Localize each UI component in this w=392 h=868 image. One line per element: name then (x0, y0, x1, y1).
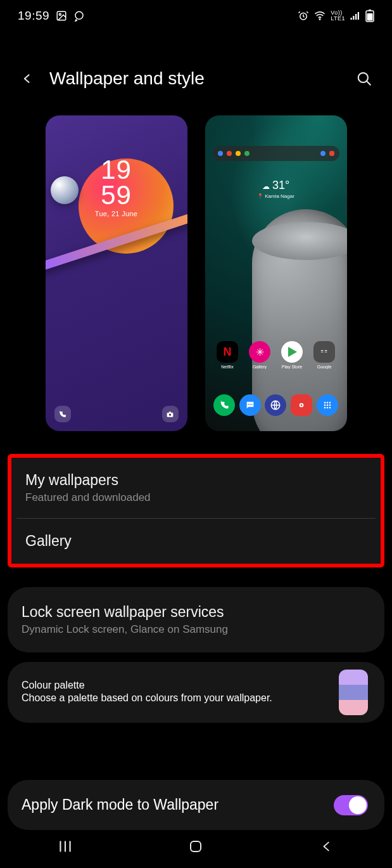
item-title: Lock screen wallpaper services (22, 604, 370, 621)
pin-icon: 📍 (257, 193, 263, 199)
dark-mode-toggle[interactable] (334, 795, 368, 815)
home-button[interactable] (170, 834, 221, 859)
app-messages (239, 394, 262, 416)
app-camera (290, 394, 313, 416)
app-gallery: ✳Gallery (248, 341, 271, 369)
item-subtitle: Featured and downloaded (25, 491, 367, 504)
item-title: Apply Dark mode to Wallpaper (8, 782, 334, 827)
camera-icon (296, 400, 307, 410)
svg-point-18 (250, 404, 251, 405)
svg-point-30 (327, 407, 329, 409)
home-screen-preview[interactable]: ☁31° 📍Kamla Nagar Netflix ✳Gallery Play … (205, 115, 347, 431)
svg-rect-10 (367, 13, 373, 21)
recents-icon (57, 838, 73, 855)
svg-rect-16 (169, 411, 171, 413)
svg-point-4 (319, 19, 320, 20)
volte-indicator: Vo))LTE1 (331, 10, 345, 22)
wifi-icon (313, 10, 326, 22)
cloud-icon: ☁ (262, 182, 270, 191)
grid-icon (322, 400, 332, 410)
item-title: Colour palette (22, 680, 325, 691)
colour-palette-card[interactable]: Colour palette Choose a palette based on… (8, 662, 384, 723)
lock-shortcut-phone (54, 406, 71, 422)
folder-dots-icon: ⠿⠿ (320, 349, 328, 354)
lock-screen-preview[interactable]: 19 59 Tue, 21 June (46, 115, 187, 431)
wallpaper-previews: 19 59 Tue, 21 June ☁31° 📍Kamla Nagar Net… (0, 115, 392, 431)
svg-rect-11 (369, 10, 371, 11)
whatsapp-icon (73, 10, 85, 22)
camera-icon (166, 410, 174, 418)
search-button[interactable] (354, 68, 374, 89)
item-subtitle: Dynamic Lock screen, Glance on Samsung (22, 623, 370, 636)
toggle-knob (349, 796, 367, 814)
lock-clock: 19 59 Tue, 21 June (46, 157, 187, 217)
app-phone (213, 394, 236, 416)
status-bar: 19:59 Vo))LTE1 (0, 0, 392, 32)
lock-screen-services-card: Lock screen wallpaper services Dynamic L… (8, 587, 384, 652)
lock-screen-services-item[interactable]: Lock screen wallpaper services Dynamic L… (8, 590, 384, 650)
nav-back-button[interactable] (301, 834, 352, 859)
svg-rect-35 (191, 841, 201, 852)
lens-icon (329, 151, 334, 156)
picture-icon (56, 10, 67, 22)
svg-rect-6 (353, 16, 354, 20)
lock-shortcut-camera (162, 406, 179, 422)
recents-button[interactable] (40, 834, 91, 859)
svg-point-28 (329, 405, 331, 406)
chat-icon (245, 400, 255, 410)
my-wallpapers-item[interactable]: My wallpapers Featured and downloaded (11, 458, 381, 518)
signal-icon (350, 10, 361, 22)
dark-mode-card: Apply Dark mode to Wallpaper (8, 780, 384, 830)
google-search-widget (213, 146, 339, 161)
svg-rect-5 (351, 18, 352, 20)
back-button[interactable] (18, 69, 37, 88)
app-header: Wallpaper and style (0, 60, 392, 97)
svg-line-13 (367, 81, 370, 84)
app-drawer (316, 394, 339, 416)
chevron-left-icon (21, 70, 34, 87)
app-google-folder: ⠿⠿Google (313, 341, 336, 369)
app-internet (264, 394, 287, 416)
svg-point-1 (59, 13, 61, 15)
palette-swatch-icon (339, 670, 368, 715)
status-time: 19:59 (18, 9, 49, 23)
svg-point-17 (248, 404, 249, 405)
phone-icon (219, 400, 229, 410)
svg-point-31 (329, 407, 331, 409)
svg-rect-8 (358, 12, 359, 20)
gallery-item[interactable]: Gallery (16, 518, 376, 564)
home-dock-row (205, 394, 347, 416)
wallpaper-source-group: My wallpapers Featured and downloaded Ga… (8, 454, 384, 567)
svg-point-23 (324, 402, 326, 404)
svg-point-27 (327, 405, 329, 406)
svg-point-25 (329, 402, 331, 404)
svg-rect-7 (355, 14, 357, 20)
home-icon (188, 839, 203, 854)
mic-icon (320, 151, 326, 156)
item-title: My wallpapers (25, 472, 367, 489)
item-subtitle: Choose a palette based on colours from y… (22, 691, 325, 705)
globe-icon (270, 399, 281, 411)
app-netflix: Netflix (216, 341, 239, 369)
home-app-row: Netflix ✳Gallery Play Store ⠿⠿Google (205, 341, 347, 369)
chevron-left-icon (320, 839, 334, 853)
svg-point-26 (324, 405, 326, 406)
svg-point-19 (251, 404, 252, 405)
page-title: Wallpaper and style (49, 68, 205, 89)
svg-point-24 (327, 402, 329, 404)
search-icon (356, 70, 372, 87)
svg-point-22 (301, 405, 303, 406)
svg-point-15 (169, 413, 171, 415)
item-title: Gallery (25, 533, 367, 550)
weather-widget: ☁31° 📍Kamla Nagar (205, 179, 347, 199)
navigation-bar (0, 825, 392, 868)
app-playstore: Play Store (281, 341, 303, 369)
svg-point-2 (75, 11, 83, 19)
phone-icon (58, 410, 66, 418)
alarm-icon (298, 10, 309, 22)
svg-point-29 (324, 407, 326, 409)
battery-icon (365, 10, 374, 22)
